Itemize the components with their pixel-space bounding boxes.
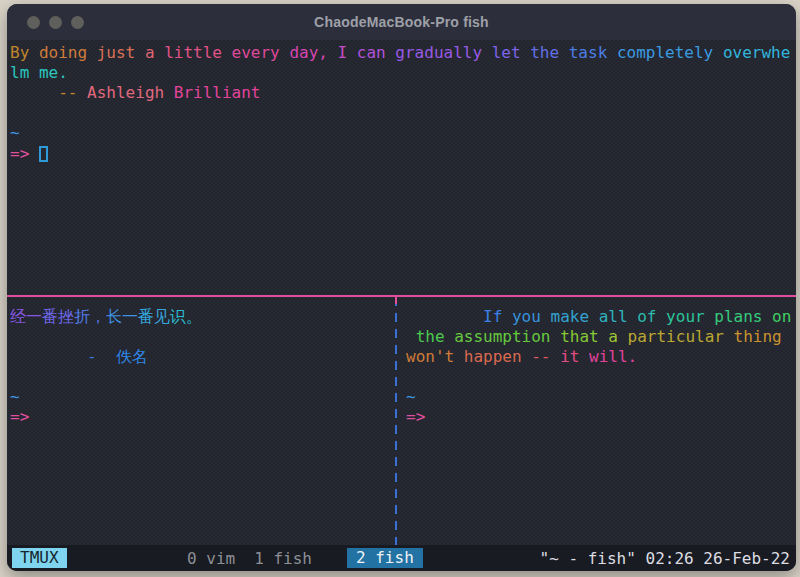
pane-bottom-left[interactable]: 经一番挫折，长一番见识。 - 佚名~=> — [7, 297, 395, 545]
terminal-line: => — [10, 143, 796, 163]
terminal-line: ~ — [10, 387, 395, 407]
terminal-line: => — [406, 407, 796, 427]
pane-border-junction — [395, 297, 397, 304]
status-right-text: "~ - fish" 02:26 26-Feb-22 — [540, 549, 790, 568]
tmux-status-bar: TMUX 0 vim1 fish2 fish "~ - fish" 02:26 … — [7, 545, 796, 571]
status-window-item[interactable]: 1 fish — [254, 549, 312, 568]
status-window-item-active[interactable]: 2 fish — [347, 548, 423, 568]
terminal-line — [10, 103, 796, 123]
terminal-line: 经一番挫折，长一番见识。 — [10, 307, 395, 327]
terminal-line: By doing just a little every day, I can … — [10, 43, 796, 63]
tmux-session-badge: TMUX — [12, 548, 67, 568]
traffic-lights — [27, 16, 84, 29]
terminal-line: lm me. — [10, 63, 796, 83]
terminal-line: ~ — [10, 123, 796, 143]
terminal-line — [10, 327, 395, 347]
tmux-content: By doing just a little every day, I can … — [7, 40, 796, 545]
terminal-line: the assumption that a particular thing — [406, 327, 796, 347]
minimize-button[interactable] — [49, 16, 62, 29]
status-window-item[interactable]: 0 vim — [187, 549, 235, 568]
pane-bottom-right[interactable]: If you make all of your plans on the ass… — [404, 297, 796, 545]
terminal-line — [406, 367, 796, 387]
pane-border-vertical[interactable] — [395, 297, 397, 545]
window-titlebar[interactable]: ChaodeMacBook-Pro fish — [7, 4, 796, 40]
close-button[interactable] — [27, 16, 40, 29]
terminal-window: ChaodeMacBook-Pro fish By doing just a l… — [7, 4, 796, 571]
tmux-window-list: 0 vim1 fish2 fish — [187, 548, 423, 568]
zoom-button[interactable] — [71, 16, 84, 29]
terminal-line: won't happen -- it will. — [406, 347, 796, 367]
terminal-line: => — [10, 407, 395, 427]
window-title: ChaodeMacBook-Pro fish — [314, 14, 489, 30]
terminal-line: - 佚名 — [10, 347, 395, 367]
terminal-line: ~ — [406, 387, 796, 407]
terminal-line: -- Ashleigh Brilliant — [10, 83, 796, 103]
terminal-line: If you make all of your plans on — [406, 307, 796, 327]
terminal-cursor — [39, 146, 48, 162]
terminal-line — [10, 367, 395, 387]
pane-top[interactable]: By doing just a little every day, I can … — [7, 40, 796, 295]
